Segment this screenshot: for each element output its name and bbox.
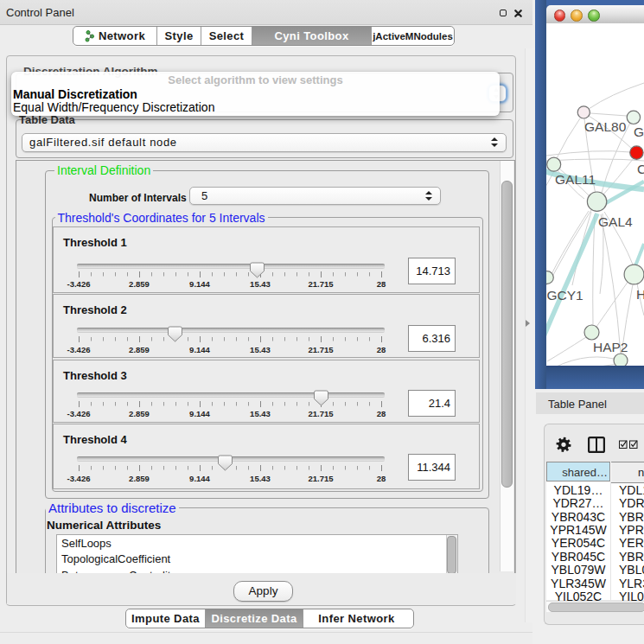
svg-text:GAL11: GAL11	[555, 172, 596, 187]
svg-text:GAL4: GAL4	[598, 214, 633, 229]
svg-text:H: H	[636, 287, 644, 302]
svg-text:HAP2: HAP2	[593, 340, 628, 354]
svg-text:GCY1: GCY1	[547, 288, 583, 303]
svg-text:GA: GA	[634, 124, 644, 139]
svg-text:GAL80: GAL80	[584, 119, 627, 134]
svg-text:C: C	[637, 162, 644, 176]
